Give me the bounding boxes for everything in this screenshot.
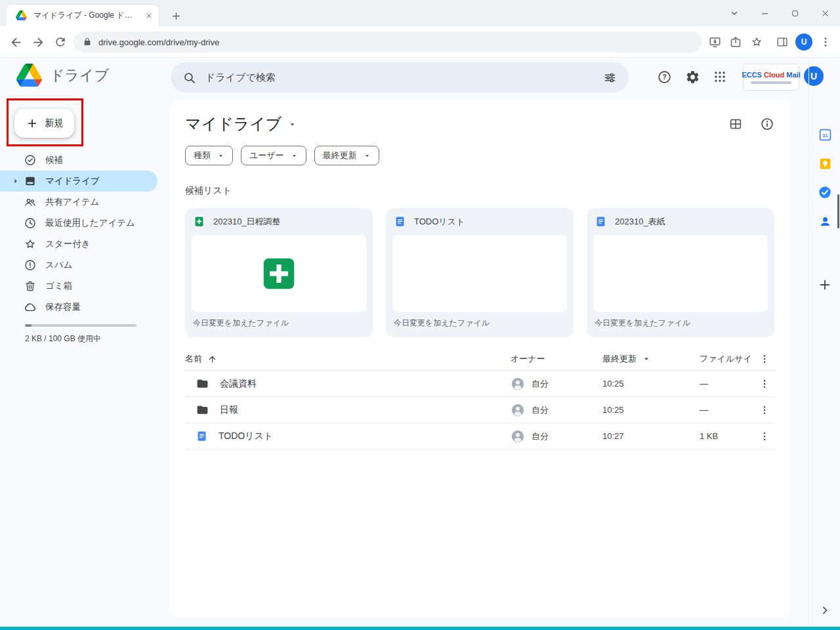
install-icon[interactable] — [707, 34, 723, 50]
sidebar-item-recent[interactable]: 最近使用したアイテム — [0, 213, 158, 234]
calendar-icon[interactable]: 31 — [817, 127, 833, 142]
screen: マイドライブ - Google ドライブ — [0, 0, 840, 630]
column-header-modified[interactable]: 最終更新 — [602, 353, 700, 365]
drive-app: ドライブ ドライブで検索 ? ECCS Cloud Mail U — [0, 58, 840, 627]
suggested-card-cover[interactable]: 202310_表紙 今日変更を加えたファイル — [587, 208, 774, 337]
sheets-icon — [193, 215, 205, 228]
table-options-button[interactable] — [755, 353, 774, 365]
forward-button[interactable] — [30, 34, 46, 50]
window-close-button[interactable] — [810, 0, 840, 26]
sidebar-item-my-drive[interactable]: マイドライブ — [0, 171, 158, 192]
caret-right-icon[interactable] — [12, 178, 19, 184]
row-menu-button[interactable] — [755, 378, 774, 390]
side-panel-icon[interactable] — [774, 34, 790, 50]
sidebar-item-label: スター付き — [45, 238, 90, 250]
file-size: — — [700, 379, 755, 388]
sidebar-item-storage[interactable]: 保存容量 — [0, 297, 158, 318]
grid-view-icon[interactable] — [728, 117, 743, 131]
suggested-card-todo[interactable]: TODOリスト 今日変更を加えたファイル — [386, 208, 574, 337]
row-menu-button[interactable] — [755, 404, 774, 416]
contacts-icon[interactable] — [817, 213, 833, 229]
side-panel: 31 — [808, 58, 840, 627]
back-button[interactable] — [8, 34, 24, 50]
filter-chips: 種類 ユーザー 最終更新 — [185, 146, 774, 165]
apps-grid-icon[interactable] — [711, 68, 728, 85]
column-header-owner: オーナー — [511, 353, 602, 365]
bookmark-star-icon[interactable] — [749, 34, 765, 50]
owner-label: 自分 — [532, 404, 549, 416]
file-size: — — [700, 405, 755, 415]
column-header-name[interactable]: 名前 — [185, 353, 511, 365]
sidebar-item-label: ゴミ箱 — [45, 280, 72, 292]
file-name: TODOリスト — [219, 430, 273, 442]
drive-logo-home[interactable]: ドライブ — [16, 64, 109, 87]
browser-tab[interactable]: マイドライブ - Google ドライブ — [5, 4, 159, 26]
suggested-card-sheets[interactable]: 202310_日程調整 今日変更を加えたファイル — [185, 208, 373, 337]
tune-icon[interactable] — [603, 71, 617, 85]
tab-close-icon[interactable] — [143, 10, 155, 22]
file-table-header: 名前 オーナー 最終更新 ファイ — [185, 348, 774, 371]
browser-profile-avatar[interactable]: U — [795, 33, 812, 51]
browser-menu-icon[interactable] — [818, 34, 833, 50]
collapse-panel-icon[interactable] — [817, 602, 833, 618]
window-minimize-button[interactable] — [749, 0, 780, 26]
suggested-files: 202310_日程調整 今日変更を加えたファイル TODOリスト — [185, 208, 774, 337]
card-caption: 今日変更を加えたファイル — [185, 312, 373, 335]
search-input[interactable]: ドライブで検索 — [205, 72, 594, 84]
sidebar-item-spam[interactable]: スパム — [0, 255, 158, 276]
sidebar-item-shared[interactable]: 共有アイテム — [0, 192, 158, 213]
table-row-todo[interactable]: TODOリスト 自分 10:27 1 KB — [185, 423, 774, 450]
sidebar-item-starred[interactable]: スター付き — [0, 234, 158, 255]
chip-modified[interactable]: 最終更新 — [314, 146, 379, 165]
people-icon — [24, 196, 37, 209]
lock-icon[interactable] — [83, 37, 92, 47]
modified-time: 10:25 — [602, 405, 700, 415]
clock-icon — [24, 217, 37, 230]
search-bar[interactable]: ドライブで検索 — [171, 62, 629, 93]
tasks-icon[interactable] — [817, 184, 833, 200]
drive-logo-icon — [16, 64, 42, 87]
docs-icon — [394, 215, 406, 228]
keep-icon[interactable] — [817, 156, 833, 171]
storage-progress-bar — [25, 324, 136, 327]
new-tab-button[interactable] — [167, 7, 185, 25]
folder-icon — [196, 403, 209, 417]
info-icon[interactable] — [760, 117, 774, 131]
page-title-dropdown[interactable]: マイドライブ — [185, 114, 297, 135]
sort-direction-icon — [642, 354, 651, 364]
chip-type[interactable]: 種類 — [185, 146, 233, 165]
refresh-button[interactable] — [52, 34, 68, 50]
eccs-cloud-mail-badge[interactable]: ECCS Cloud Mail — [743, 64, 799, 91]
file-name: 会議資料 — [220, 378, 257, 390]
add-icon[interactable] — [817, 277, 833, 293]
eccs-badge-subtitle — [751, 81, 791, 84]
storage-usage-text: 2 KB / 100 GB 使用中 — [25, 333, 101, 345]
table-row-kaigi[interactable]: 会議資料 自分 10:25 — — [185, 371, 774, 397]
table-row-nippo[interactable]: 日報 自分 10:25 — — [185, 397, 774, 423]
owner-avatar-icon — [511, 377, 525, 391]
sidebar-nav: 候補 マイドライブ 共有アイテム 最 — [0, 150, 158, 318]
sidebar-item-trash[interactable]: ゴミ箱 — [0, 276, 158, 297]
chip-user[interactable]: ユーザー — [241, 146, 306, 165]
address-bar[interactable]: drive.google.com/drive/my-drive — [74, 32, 702, 52]
scrollbar-thumb[interactable] — [837, 194, 839, 228]
chip-label: 最終更新 — [323, 150, 357, 161]
share-icon[interactable] — [728, 34, 744, 50]
search-icon[interactable] — [182, 71, 196, 85]
row-menu-button[interactable] — [755, 430, 774, 442]
drive-wordmark: ドライブ — [50, 66, 109, 85]
tab-search-chevron-icon[interactable] — [719, 0, 749, 26]
card-caption: 今日変更を加えたファイル — [386, 312, 574, 335]
settings-icon[interactable] — [684, 68, 701, 85]
sidebar-item-label: 保存容量 — [45, 301, 81, 313]
sidebar-item-suggested[interactable]: 候補 — [0, 150, 158, 171]
help-icon[interactable]: ? — [656, 68, 673, 85]
column-header-name-label: 名前 — [185, 353, 202, 365]
chip-label: 種類 — [194, 150, 211, 161]
window-controls — [719, 0, 840, 26]
card-file-name: TODOリスト — [414, 216, 465, 228]
card-caption: 今日変更を加えたファイル — [587, 312, 774, 335]
check-circle-icon — [24, 154, 37, 167]
window-maximize-button[interactable] — [780, 0, 810, 26]
caret-down-icon — [291, 152, 298, 159]
